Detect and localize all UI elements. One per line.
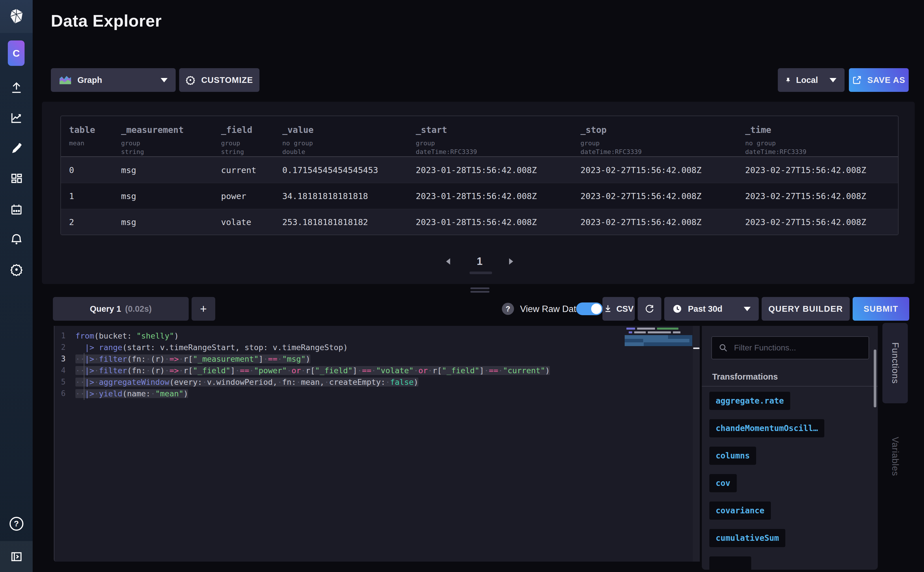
- influxdb-cube-icon: [8, 8, 25, 25]
- query-builder-button[interactable]: QUERY BUILDER: [762, 297, 850, 321]
- table-cell: 1: [61, 191, 113, 201]
- sidebar-item-notebooks[interactable]: [0, 136, 33, 162]
- table-cell: msg: [113, 191, 213, 201]
- function-chip[interactable]: cov: [709, 474, 737, 492]
- raw-data-help[interactable]: ?: [502, 303, 514, 315]
- filter-functions-search[interactable]: [711, 336, 869, 359]
- chevron-left-icon[interactable]: [445, 258, 451, 265]
- upload-icon: [10, 81, 23, 95]
- function-chip[interactable]: covariance: [709, 502, 771, 520]
- flux-code-editor[interactable]: 1from(bucket: "shelly")2 |> range(start:…: [54, 326, 700, 562]
- function-list: aggregate.ratechandeMomentumOscill…colum…: [709, 392, 824, 570]
- chevron-down-icon: [744, 307, 751, 311]
- tab-functions[interactable]: Functions: [882, 323, 908, 403]
- page-title: Data Explorer: [51, 11, 162, 30]
- toggle-knob: [591, 304, 602, 314]
- customize-button[interactable]: CUSTOMIZE: [179, 68, 260, 92]
- calendar-icon: [10, 203, 23, 216]
- panel-resize-handle[interactable]: [470, 288, 490, 293]
- code-line: 2 |> range(start: v.timeRangeStart, stop…: [54, 342, 700, 353]
- function-chip-clipped[interactable]: [709, 556, 751, 570]
- line-number: 2: [54, 343, 75, 351]
- table-cell: msg: [113, 165, 213, 175]
- pencil-icon: [10, 142, 23, 155]
- column-header: tablemean: [61, 125, 113, 156]
- sidebar-item-help[interactable]: ?: [0, 511, 33, 536]
- line-number: 6: [54, 389, 75, 398]
- current-page: 1: [477, 255, 482, 267]
- gear-icon: [185, 75, 195, 85]
- graph-icon: [10, 111, 23, 124]
- page-indicator-underline: [470, 272, 492, 274]
- submit-button[interactable]: SUBMIT: [852, 297, 909, 321]
- save-as-button[interactable]: SAVE AS: [849, 68, 909, 92]
- table-cell: 2023-01-28T15:56:42.008Z: [408, 191, 572, 201]
- table-cell: 2023-02-27T15:56:42.008Z: [572, 191, 737, 201]
- functions-panel: Transformations aggregate.ratechandeMome…: [702, 326, 878, 570]
- sidebar-item-upload[interactable]: [0, 75, 33, 101]
- function-chip[interactable]: aggregate.rate: [709, 392, 790, 410]
- chevron-right-icon[interactable]: [509, 258, 514, 265]
- table-cell: 253.1818181818182: [274, 217, 408, 227]
- csv-download-button[interactable]: CSV: [602, 297, 635, 321]
- question-mark-icon: ?: [502, 303, 514, 315]
- table-row: 0msgcurrent0.171545454545454532023-01-28…: [61, 157, 898, 183]
- add-query-button[interactable]: +: [191, 297, 215, 321]
- table-cell: 0.17154545454545453: [274, 165, 408, 175]
- line-number: 4: [54, 366, 75, 375]
- line-number: 1: [54, 331, 75, 340]
- view-type-dropdown[interactable]: Graph: [51, 68, 176, 92]
- function-chip[interactable]: columns: [709, 447, 756, 465]
- table-body: 0msgcurrent0.171545454545454532023-01-28…: [61, 157, 898, 235]
- functions-panel-resize-handle[interactable]: [693, 348, 700, 349]
- area-chart-icon: [59, 75, 72, 85]
- local-label: Local: [796, 75, 818, 85]
- raw-data-table: tablemean_measurementgroupstring_fieldgr…: [61, 115, 899, 235]
- table-cell: volate: [213, 217, 274, 227]
- editor-minimap[interactable]: [625, 328, 692, 348]
- query-duration: (0.02s): [125, 304, 152, 314]
- sidebar-item-dashboards[interactable]: [0, 166, 33, 191]
- sidebar-item-data-explorer[interactable]: [0, 105, 33, 131]
- line-number: 3: [54, 354, 75, 363]
- code-line: 1from(bucket: "shelly"): [54, 330, 700, 342]
- chevron-down-icon: [829, 78, 837, 82]
- download-icon: [604, 304, 612, 314]
- sidebar-expand[interactable]: [0, 541, 33, 572]
- bell-icon: [10, 233, 23, 246]
- column-header: _valueno groupdouble: [274, 125, 408, 156]
- dashboards-icon: [10, 172, 23, 185]
- local-dropdown[interactable]: Local: [778, 68, 845, 92]
- table-cell: 0: [61, 165, 113, 175]
- pin-icon: [786, 75, 790, 85]
- influxdb-logo[interactable]: [0, 0, 33, 33]
- minimap-selection: [625, 335, 692, 346]
- refresh-button[interactable]: [638, 297, 661, 321]
- view-raw-data-toggle[interactable]: [576, 303, 603, 315]
- tab-variables[interactable]: Variables: [882, 422, 908, 491]
- time-range-dropdown[interactable]: Past 30d: [664, 297, 759, 321]
- code-line: 5··|>·aggregateWindow(every:·v.windowPer…: [54, 376, 700, 388]
- table-cell: 2023-01-28T15:56:42.008Z: [408, 217, 572, 227]
- function-chip[interactable]: chandeMomentumOscill…: [709, 419, 824, 437]
- search-input[interactable]: [734, 343, 862, 353]
- table-cell: 2023-02-27T15:56:42.008Z: [737, 191, 891, 201]
- sidebar-item-settings[interactable]: [0, 257, 33, 282]
- avatar[interactable]: C: [8, 40, 25, 66]
- editor-gutter-strip: [693, 326, 700, 562]
- query-tab-label: Query 1: [90, 304, 121, 314]
- sidebar-item-tasks[interactable]: [0, 197, 33, 222]
- function-chip[interactable]: cumulativeSum: [709, 529, 785, 547]
- table-cell: 2023-02-27T15:56:42.008Z: [737, 217, 891, 227]
- table-cell: 2023-02-27T15:56:42.008Z: [737, 165, 891, 175]
- column-header: _startgroupdateTime:RFC3339: [408, 125, 572, 156]
- code-line: 6··|>·yield(name:·"mean"): [54, 388, 700, 399]
- sidebar-item-alerts[interactable]: [0, 227, 33, 252]
- search-icon: [719, 343, 728, 353]
- column-header: _measurementgroupstring: [113, 125, 213, 156]
- indent-guide: [84, 353, 84, 400]
- expand-sidebar-icon: [10, 550, 23, 563]
- scrollbar-thumb[interactable]: [874, 350, 876, 407]
- query-tab[interactable]: Query 1 (0.02s): [53, 297, 189, 321]
- code-line: 3··|>·filter(fn:·(r)·=>·r["_measurement"…: [54, 353, 700, 365]
